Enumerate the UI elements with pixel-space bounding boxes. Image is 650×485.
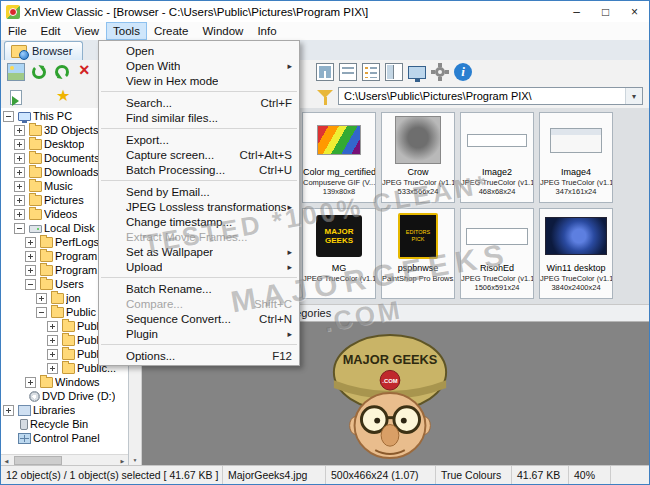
expander-plus-icon[interactable] — [14, 195, 25, 206]
toolbar-main-right — [314, 61, 474, 83]
library-icon — [18, 405, 31, 416]
menubar-item-create[interactable]: Create — [147, 22, 196, 40]
tree-item-dvd-drive-d[interactable]: DVD Drive (D:) — [1, 389, 128, 403]
folder-icon — [29, 209, 42, 220]
menubar-item-window[interactable]: Window — [195, 22, 250, 40]
expander-minus-icon[interactable] — [25, 279, 36, 290]
expander-plus-icon[interactable] — [25, 251, 36, 262]
menu-item-view-in-hex-mode[interactable]: View in Hex mode — [99, 73, 299, 88]
menu-separator — [101, 128, 297, 129]
expander-plus-icon[interactable] — [14, 181, 25, 192]
status-color-mode: True Colours — [436, 466, 512, 484]
status-file-size: 41.67 KB — [512, 466, 569, 484]
thumbnail-win11-desktop[interactable]: Win11 desktopJPEG TrueColor (v1.1)3840x2… — [539, 208, 613, 299]
menubar-item-file[interactable]: File — [1, 22, 34, 40]
menu-item-label: Find similar files... — [126, 112, 218, 124]
expander-plus-icon[interactable] — [14, 125, 25, 136]
submenu-arrow-icon: ▸ — [287, 329, 292, 339]
tree-item-control-panel[interactable]: Control Panel — [1, 431, 128, 445]
expander-plus-icon[interactable] — [47, 349, 58, 360]
folder-icon — [29, 125, 42, 136]
menu-item-change-timestamp[interactable]: Change timestamp... — [99, 214, 299, 229]
expander-plus-icon[interactable] — [47, 321, 58, 332]
menu-item-jpeg-lossless-transformations[interactable]: JPEG Lossless transformations▸ — [99, 199, 299, 214]
minimize-button[interactable]: – — [562, 1, 591, 22]
menu-item-options[interactable]: Options...F12 — [99, 348, 299, 363]
tree-item-label: Public — [66, 306, 96, 318]
expander-minus-icon[interactable] — [36, 307, 47, 318]
file-navigate-button[interactable] — [5, 86, 27, 108]
filter-funnel-icon — [316, 88, 334, 106]
rotate-button[interactable] — [51, 61, 73, 83]
thumbnail-image4[interactable]: Image4JPEG TrueColor (v1.1)347x161x24 — [539, 112, 613, 203]
expander-plus-icon[interactable] — [47, 335, 58, 346]
menu-item-export[interactable]: Export... — [99, 132, 299, 147]
menu-item-open[interactable]: Open — [99, 43, 299, 58]
expander-plus-icon[interactable] — [25, 237, 36, 248]
menubar-item-tools[interactable]: Tools — [106, 22, 147, 40]
expander-plus-icon[interactable] — [3, 405, 14, 416]
expander-plus-icon[interactable] — [14, 167, 25, 178]
scrollbar-thumb[interactable] — [14, 456, 62, 465]
menu-item-upload[interactable]: Upload▸ — [99, 259, 299, 274]
close-button[interactable]: × — [620, 1, 649, 22]
favorites-star-button[interactable] — [53, 86, 75, 108]
menu-item-open-with[interactable]: Open With▸ — [99, 58, 299, 73]
maximize-button[interactable]: □ — [591, 1, 620, 22]
menu-item-batch-processing[interactable]: Batch Processing...Ctrl+U — [99, 162, 299, 177]
filter-funnel-button[interactable] — [314, 86, 336, 108]
menu-item-label: Send by Email... — [126, 186, 210, 198]
expander-minus-icon[interactable] — [14, 223, 25, 234]
settings-button[interactable] — [429, 61, 451, 83]
expander-plus-icon[interactable] — [25, 265, 36, 276]
menu-item-send-by-email[interactable]: Send by Email... — [99, 184, 299, 199]
menu-item-sequence-convert[interactable]: Sequence Convert...Ctrl+N — [99, 311, 299, 326]
expander-minus-icon[interactable] — [3, 111, 14, 122]
expander-plus-icon[interactable] — [14, 139, 25, 150]
thumbnail-pspbnwse[interactable]: EDITORS PICKpspbnwsePaintShop Pro Brows.… — [381, 208, 455, 299]
thumbnail-image2[interactable]: Image2JPEG TrueColor (v1.1)468x68x24 — [460, 112, 534, 203]
info-button[interactable] — [452, 61, 474, 83]
menubar-item-view[interactable]: View — [67, 22, 106, 40]
menu-item-search[interactable]: Search...Ctrl+F — [99, 95, 299, 110]
refresh-button[interactable] — [28, 61, 50, 83]
delete-button[interactable] — [74, 61, 96, 83]
menu-item-label: Plugin — [126, 328, 158, 340]
thumbnail-color-mg-certified[interactable]: Color mg_certifiedCompuserve GIF (V...13… — [302, 112, 376, 203]
expander-plus-icon[interactable] — [36, 293, 47, 304]
expander-plus-icon[interactable] — [25, 377, 36, 388]
tab-browser[interactable]: Browser — [4, 41, 83, 60]
expander-plus-icon[interactable] — [47, 363, 58, 374]
thumbnail-risohed[interactable]: RisohEdJPEG TrueColor (v1.1)1506x591x24 — [460, 208, 534, 299]
folder-icon — [62, 363, 75, 374]
menu-item-find-similar-files[interactable]: Find similar files... — [99, 110, 299, 125]
menu-separator — [101, 277, 297, 278]
panel-icon — [18, 433, 31, 444]
address-bar[interactable]: C:\Users\Public\Pictures\Program PIX\ — [338, 87, 643, 105]
layout-panes-button[interactable] — [383, 61, 405, 83]
tree-item-recycle-bin[interactable]: Recycle Bin — [1, 417, 128, 431]
menu-item-label: Options... — [126, 350, 175, 362]
view-thumbnails-button[interactable] — [314, 61, 336, 83]
address-dropdown-icon[interactable] — [625, 88, 642, 104]
tree-item-libraries[interactable]: Libraries — [1, 403, 128, 417]
view-details-button[interactable] — [360, 61, 382, 83]
tree-item-windows[interactable]: Windows — [1, 375, 128, 389]
thumbnail-crow[interactable]: CrowJPEG TrueColor (v1.1)533x566x24 — [381, 112, 455, 203]
expander-plus-icon[interactable] — [14, 209, 25, 220]
menubar-item-info[interactable]: Info — [250, 22, 283, 40]
thumbnail-image-box — [303, 113, 375, 167]
image-viewer-button[interactable] — [5, 61, 27, 83]
menu-item-batch-rename[interactable]: Batch Rename... — [99, 281, 299, 296]
thumbnail-mg[interactable]: MAJOR GEEKSMGJPEG TrueColor (v1.1) — [302, 208, 376, 299]
menu-item-plugin[interactable]: Plugin▸ — [99, 326, 299, 341]
menu-item-capture-screen[interactable]: Capture screen...Ctrl+Alt+S — [99, 147, 299, 162]
expander-plus-icon[interactable] — [14, 153, 25, 164]
view-list-button[interactable] — [337, 61, 359, 83]
menu-item-set-as-wallpaper[interactable]: Set as Wallpaper▸ — [99, 244, 299, 259]
view-thumbnails-icon — [316, 63, 334, 81]
menubar-item-edit[interactable]: Edit — [34, 22, 68, 40]
folder-icon — [29, 195, 42, 206]
thumbnail-name: MG — [303, 263, 375, 274]
slideshow-button[interactable] — [406, 61, 428, 83]
